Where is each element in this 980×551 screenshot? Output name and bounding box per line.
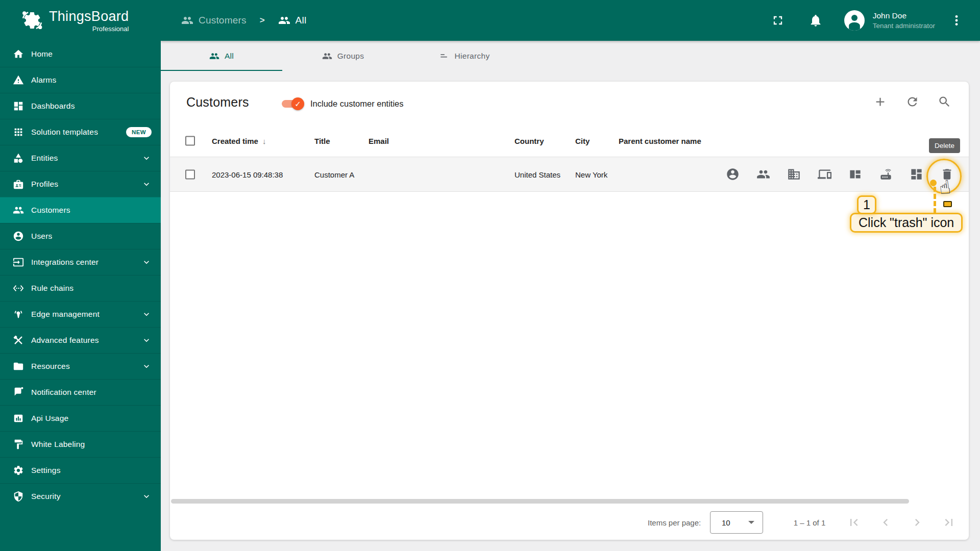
- sidebar-item-home[interactable]: Home: [0, 41, 161, 67]
- items-per-page-label: Items per page:: [648, 518, 701, 527]
- manage-customer-users-button[interactable]: [726, 167, 740, 181]
- include-customer-entities-toggle[interactable]: ✓ Include customer entities: [282, 99, 404, 109]
- next-page-button[interactable]: [910, 515, 924, 530]
- sidebar-item-security[interactable]: Security: [0, 483, 161, 509]
- items-per-page-select[interactable]: 10: [710, 511, 763, 534]
- plus-icon: [873, 95, 887, 109]
- column-header-parent-customer-name[interactable]: Parent customer name: [619, 136, 756, 146]
- bell-icon: [808, 13, 823, 28]
- apps-grid-icon: [13, 127, 24, 138]
- hand-pointer-icon: ☝: [938, 176, 952, 199]
- cursor-click-box: [943, 201, 952, 207]
- cell-created-time: 2023-06-15 09:48:38: [212, 169, 309, 180]
- last-page-button[interactable]: [942, 515, 956, 530]
- user-info[interactable]: John Doe Tenant administrator: [873, 11, 935, 30]
- column-header-country[interactable]: Country: [514, 136, 563, 146]
- sidebar-item-users[interactable]: Users: [0, 223, 161, 249]
- view-quilt-icon: [848, 167, 862, 181]
- api-usage-chart-icon: [13, 413, 24, 424]
- sidebar-item-alarms[interactable]: Alarms: [0, 67, 161, 93]
- sidebar-item-edge-management[interactable]: Edge management: [0, 301, 161, 327]
- hierarchy-lines-icon: [439, 51, 449, 61]
- breadcrumb-separator: >: [260, 15, 265, 26]
- annotation-step-number: 1: [857, 195, 876, 214]
- user-avatar[interactable]: [844, 10, 865, 31]
- chevron-down-icon: [141, 309, 152, 319]
- home-icon: [13, 48, 24, 60]
- chevron-down-icon: [141, 335, 152, 345]
- horizontal-scrollbar[interactable]: [171, 499, 909, 504]
- sidebar-item-resources[interactable]: Resources: [0, 353, 161, 379]
- profiles-badge-icon: [13, 179, 24, 190]
- chevron-down-icon: [141, 153, 152, 163]
- annotation-anchor-dot: [930, 180, 937, 186]
- sidebar-item-dashboards[interactable]: Dashboards: [0, 93, 161, 119]
- notifications-button[interactable]: [808, 13, 823, 28]
- manage-assets-button[interactable]: [787, 167, 801, 181]
- breadcrumb-all[interactable]: All: [278, 14, 307, 27]
- first-page-icon: [847, 515, 861, 530]
- manage-devices-button[interactable]: [818, 167, 831, 181]
- column-header-created-time[interactable]: Created time↓: [212, 136, 309, 146]
- refresh-icon: [905, 95, 919, 109]
- fullscreen-button[interactable]: [771, 13, 785, 28]
- sort-desc-arrow-icon[interactable]: ↓: [262, 137, 266, 145]
- more-menu-button[interactable]: [949, 13, 964, 28]
- add-customer-button[interactable]: [873, 95, 887, 109]
- refresh-button[interactable]: [905, 95, 919, 109]
- sidebar-item-api-usage[interactable]: Api Usage: [0, 405, 161, 431]
- manage-edge-instances-button[interactable]: [879, 167, 893, 181]
- app-name: ThingsBoard: [49, 9, 129, 24]
- last-page-icon: [942, 515, 956, 530]
- column-header-title[interactable]: Title: [314, 136, 361, 146]
- first-page-button[interactable]: [847, 515, 861, 530]
- column-header-email[interactable]: Email: [369, 136, 496, 146]
- breadcrumb: Customers > All: [161, 14, 771, 27]
- sidebar-item-customers[interactable]: Customers: [0, 197, 161, 223]
- people-icon: [756, 167, 770, 181]
- table-row-customer-a[interactable]: 2023-06-15 09:48:38 Customer A United St…: [170, 157, 969, 192]
- tab-groups[interactable]: Groups: [282, 41, 404, 71]
- previous-page-button[interactable]: [878, 515, 893, 530]
- sidebar-menu: Home Alarms Dashboards Solution template…: [0, 41, 161, 509]
- sidebar-item-advanced-features[interactable]: Advanced features: [0, 327, 161, 353]
- tab-hierarchy[interactable]: Hierarchy: [404, 41, 525, 71]
- people-icon: [209, 51, 219, 61]
- customers-table-card: Customers ✓ Include customer entities Cr…: [170, 82, 969, 540]
- sidebar-item-white-labeling[interactable]: White Labeling: [0, 431, 161, 457]
- app-logo[interactable]: ThingsBoard Professional: [0, 0, 161, 41]
- chevron-right-icon: [910, 515, 924, 530]
- page-range-label: 1 – 1 of 1: [781, 518, 838, 527]
- search-icon: [938, 95, 951, 109]
- manage-dashboards-button[interactable]: [910, 167, 923, 181]
- column-header-city[interactable]: City: [575, 136, 611, 146]
- mouse-cursor: ☝: [939, 177, 951, 198]
- new-badge: NEW: [126, 127, 152, 137]
- shield-icon: [13, 491, 24, 502]
- search-button[interactable]: [938, 95, 951, 109]
- rule-chains-icon: [13, 283, 24, 294]
- manage-customers-button[interactable]: [756, 167, 770, 181]
- entities-shapes-icon: [13, 153, 24, 164]
- tab-all[interactable]: All: [161, 41, 282, 71]
- paginator: Items per page: 10 1 – 1 of 1: [170, 505, 969, 540]
- sidebar-item-solution-templates[interactable]: Solution templatesNEW: [0, 119, 161, 145]
- edge-antenna-icon: [13, 309, 24, 320]
- page-title: Customers: [186, 95, 249, 110]
- sidebar-item-entities[interactable]: Entities: [0, 145, 161, 171]
- row-actions: [726, 157, 954, 191]
- annotation-label: Click "trash" icon: [850, 213, 963, 233]
- select-all-checkbox[interactable]: [185, 136, 195, 146]
- user-circle-icon: [13, 231, 24, 242]
- row-checkbox[interactable]: [185, 169, 195, 179]
- sidebar-item-profiles[interactable]: Profiles: [0, 171, 161, 197]
- breadcrumb-customers[interactable]: Customers: [181, 14, 247, 27]
- toggle-label: Include customer entities: [310, 99, 404, 109]
- sidebar-item-settings[interactable]: Settings: [0, 457, 161, 483]
- more-vert-icon: [949, 13, 964, 28]
- sidebar-item-notification-center[interactable]: Notification center: [0, 379, 161, 405]
- sidebar-item-integrations-center[interactable]: Integrations center: [0, 249, 161, 275]
- sidebar-item-rule-chains[interactable]: Rule chains: [0, 275, 161, 301]
- manage-entity-views-button[interactable]: [848, 167, 862, 181]
- fullscreen-icon: [771, 13, 785, 28]
